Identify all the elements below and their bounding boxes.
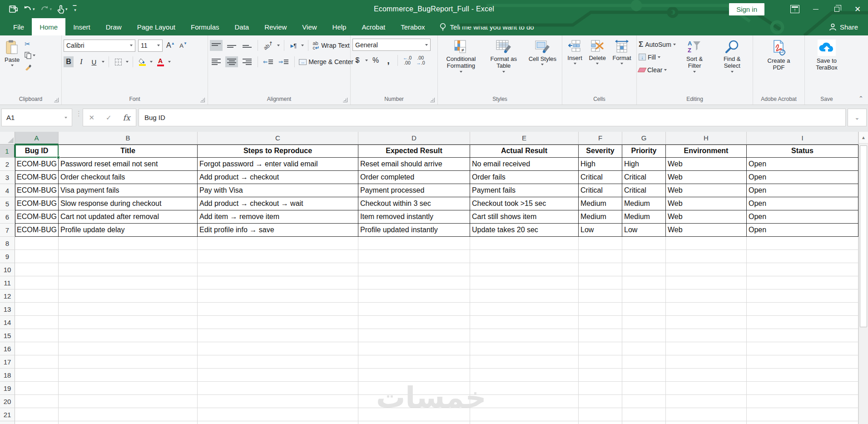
row-header-2[interactable]: 2: [0, 158, 15, 171]
cell-H7[interactable]: Web: [666, 224, 747, 237]
format-as-table-caret-icon[interactable]: [502, 71, 505, 73]
cell-B13[interactable]: [59, 303, 198, 316]
cell-E11[interactable]: [470, 276, 579, 289]
row-header-22[interactable]: 22: [0, 421, 15, 424]
row-header-4[interactable]: 4: [0, 184, 15, 197]
cell-A11[interactable]: [15, 276, 59, 289]
row-header-3[interactable]: 3: [0, 171, 15, 184]
row-header-10[interactable]: 10: [0, 263, 15, 276]
tab-file[interactable]: File: [5, 18, 32, 35]
cell-G9[interactable]: [622, 250, 666, 263]
name-box[interactable]: A1: [1, 109, 72, 126]
cell-E14[interactable]: [470, 316, 579, 329]
fill-caret-icon[interactable]: [658, 56, 660, 58]
cell-D2[interactable]: Reset email should arrive: [358, 158, 470, 171]
font-size-combo[interactable]: 11: [138, 40, 163, 52]
format-caret-icon[interactable]: [620, 63, 623, 65]
cell-B16[interactable]: [59, 342, 198, 355]
cell-A18[interactable]: [15, 369, 59, 382]
font-color-caret-icon[interactable]: [168, 61, 171, 63]
cell-A19[interactable]: [15, 382, 59, 395]
cell-I19[interactable]: [747, 382, 858, 395]
cell-D12[interactable]: [358, 289, 470, 303]
cell-I11[interactable]: [747, 276, 858, 289]
row-header-9[interactable]: 9: [0, 250, 15, 263]
cell-F18[interactable]: [579, 369, 622, 382]
align-left-button[interactable]: [210, 56, 223, 67]
cell-G20[interactable]: [622, 395, 666, 408]
cell-B19[interactable]: [59, 382, 198, 395]
cell-H17[interactable]: [666, 355, 747, 369]
cell-I22[interactable]: [747, 421, 858, 424]
cell-D14[interactable]: [358, 316, 470, 329]
cell-D15[interactable]: [358, 329, 470, 342]
cell-I8[interactable]: [747, 237, 858, 250]
cell-I12[interactable]: [747, 289, 858, 303]
cell-B15[interactable]: [59, 329, 198, 342]
cell-B4[interactable]: Visa payment fails: [59, 184, 198, 197]
cell-D7[interactable]: Profile updated instantly: [358, 224, 470, 237]
insert-function-button[interactable]: fx: [123, 113, 130, 122]
row-header-18[interactable]: 18: [0, 369, 15, 382]
cell-H22[interactable]: [666, 421, 747, 424]
cell-A13[interactable]: [15, 303, 59, 316]
cell-F17[interactable]: [579, 355, 622, 369]
orientation-caret-icon[interactable]: [277, 45, 280, 46]
tab-formulas[interactable]: Formulas: [183, 18, 227, 35]
cell-A9[interactable]: [15, 250, 59, 263]
number-dialog-launcher[interactable]: [430, 98, 435, 102]
cell-A6[interactable]: ECOM-BUG: [15, 210, 59, 224]
cell-E9[interactable]: [470, 250, 579, 263]
cancel-icon[interactable]: ✕: [89, 114, 94, 122]
cell-C9[interactable]: [198, 250, 358, 263]
cell-A16[interactable]: [15, 342, 59, 355]
autosum-caret-icon[interactable]: [673, 44, 676, 45]
cell-F22[interactable]: [579, 421, 622, 424]
cell-H10[interactable]: [666, 263, 747, 276]
borders-button[interactable]: [113, 56, 123, 67]
cell-A7[interactable]: ECOM-BUG: [15, 224, 59, 237]
enter-icon[interactable]: ✓: [106, 114, 112, 122]
cell-B12[interactable]: [59, 289, 198, 303]
cell-E3[interactable]: Order fails: [470, 171, 579, 184]
cell-D10[interactable]: [358, 263, 470, 276]
row-header-12[interactable]: 12: [0, 289, 15, 303]
autosum-button[interactable]: Σ AutoSum: [639, 39, 676, 50]
cell-B2[interactable]: Password reset email not sent: [59, 158, 198, 171]
cell-E8[interactable]: [470, 237, 579, 250]
font-name-combo[interactable]: Calibri: [64, 40, 135, 52]
cell-H1[interactable]: Environment: [666, 145, 747, 158]
cell-B11[interactable]: [59, 276, 198, 289]
cell-I15[interactable]: [747, 329, 858, 342]
tab-insert[interactable]: Insert: [65, 18, 98, 35]
cell-B3[interactable]: Order checkout fails: [59, 171, 198, 184]
cell-B1[interactable]: Title: [59, 145, 198, 158]
column-header-D[interactable]: D: [358, 132, 470, 145]
touch-mode-button[interactable]: ▾: [55, 3, 70, 15]
cell-C7[interactable]: Edit profile info → save: [198, 224, 358, 237]
tab-acrobat[interactable]: Acrobat: [354, 18, 393, 35]
row-header-13[interactable]: 13: [0, 303, 15, 316]
cell-G1[interactable]: Priority: [622, 145, 666, 158]
clear-button[interactable]: Clear: [639, 65, 676, 75]
row-header-20[interactable]: 20: [0, 395, 15, 408]
cell-C13[interactable]: [198, 303, 358, 316]
cell-D9[interactable]: [358, 250, 470, 263]
find-select-button[interactable]: Find & Select: [713, 38, 751, 94]
cell-D21[interactable]: [358, 408, 470, 421]
cell-D1[interactable]: Expected Result: [358, 145, 470, 158]
cell-A1[interactable]: Bug ID: [15, 145, 59, 158]
ribbon-display-options-button[interactable]: ↑: [784, 0, 805, 18]
text-direction-caret-icon[interactable]: [301, 45, 304, 46]
cell-C20[interactable]: [198, 395, 358, 408]
cell-I18[interactable]: [747, 369, 858, 382]
scrollbar-thumb[interactable]: [860, 145, 867, 327]
cell-I4[interactable]: Open: [747, 184, 858, 197]
cell-G8[interactable]: [622, 237, 666, 250]
cell-A10[interactable]: [15, 263, 59, 276]
cell-E19[interactable]: [470, 382, 579, 395]
cell-H12[interactable]: [666, 289, 747, 303]
cell-G21[interactable]: [622, 408, 666, 421]
cell-F4[interactable]: Critical: [579, 184, 622, 197]
cell-F12[interactable]: [579, 289, 622, 303]
